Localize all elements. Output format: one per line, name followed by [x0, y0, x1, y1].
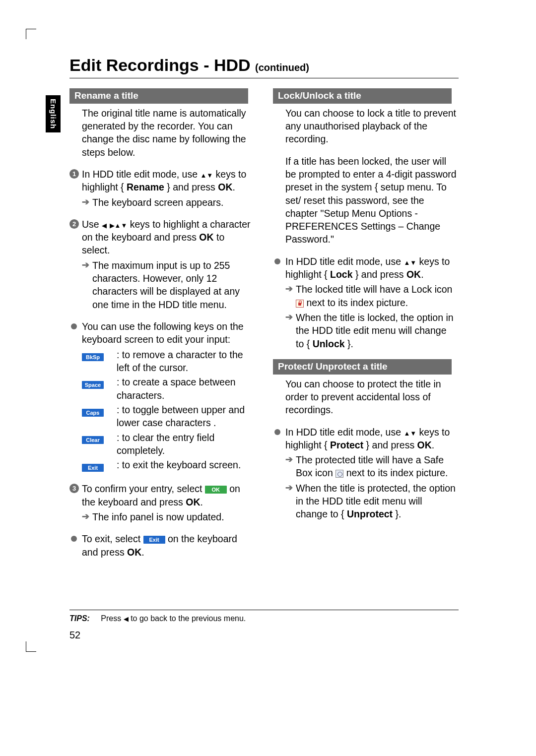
- keycap-exit: Exit: [82, 464, 104, 472]
- key-row: Caps : to toggle between upper and lower…: [82, 403, 253, 430]
- keycap-exit-inline: Exit: [143, 536, 165, 544]
- key-row: Clear : to clear the entry field complet…: [82, 431, 253, 457]
- keycap-ok: OK: [205, 486, 227, 494]
- lock-icon: [296, 300, 304, 308]
- step-marker-3: 3: [69, 484, 79, 493]
- safebox-icon: [335, 470, 343, 478]
- title-continued: (continued): [255, 62, 309, 73]
- up-icon: [403, 427, 410, 438]
- right-column: Lock/Unlock a title You can choose to lo…: [273, 88, 457, 561]
- keycap-space: Space: [82, 381, 104, 389]
- up-icon: [115, 219, 121, 230]
- bullet-icon: [71, 323, 77, 329]
- down-icon: [206, 169, 213, 180]
- lock-intro: You can choose to lock a title to preven…: [285, 107, 457, 146]
- page-title: Edit Recordings - HDD (continued): [69, 56, 459, 78]
- tips-label: TIPS:: [69, 614, 90, 623]
- crop-mark-bottom-left: [26, 641, 36, 652]
- bullet-icon: [274, 429, 280, 435]
- step-marker-1: 1: [69, 169, 79, 179]
- key-row: Space : to create a space between charac…: [82, 376, 253, 402]
- result-arrow-icon: ➔: [285, 283, 293, 295]
- bullet-protect: In HDD title edit mode, use keys to high…: [273, 426, 457, 452]
- section-lock: Lock/Unlock a title: [273, 88, 452, 104]
- keycap-bksp: BkSp: [82, 353, 104, 361]
- section-protect: Protect/ Unprotect a title: [273, 359, 452, 375]
- bullet-icon: [71, 536, 77, 542]
- keycap-caps: Caps: [82, 409, 104, 417]
- tips-footer: TIPS: Press to go back to the previous m…: [69, 610, 459, 623]
- up-icon: [200, 169, 206, 180]
- rename-intro: The original title name is automatically…: [82, 107, 253, 159]
- step-3: 3 To confirm your entry, select OK on th…: [69, 482, 253, 508]
- language-tab: English: [46, 95, 61, 132]
- down-icon: [410, 256, 416, 267]
- language-label: English: [49, 99, 58, 129]
- keycap-clear: Clear: [82, 436, 104, 444]
- result-arrow-icon: ➔: [82, 196, 89, 208]
- page-number: 52: [69, 630, 80, 641]
- bullet-lock: In HDD title edit mode, use keys to high…: [273, 255, 457, 281]
- right-icon: [110, 219, 115, 230]
- section-rename: Rename a title: [69, 88, 248, 104]
- lock-password-note: If a title has been locked, the user wil…: [285, 155, 457, 246]
- bullet-icon: [274, 258, 280, 264]
- down-icon: [410, 427, 416, 438]
- key-table: BkSp : to remove a character to the left…: [82, 348, 253, 474]
- key-row: Exit : to exit the keyboard screen.: [82, 458, 253, 473]
- title-main: Edit Recordings - HDD: [69, 56, 251, 74]
- bullet-keyboard-keys: You can use the following keys on the ke…: [69, 320, 253, 346]
- left-icon: [124, 614, 129, 623]
- step-1: 1 In HDD title edit mode, use keys to hi…: [69, 168, 253, 194]
- step-marker-2: 2: [69, 219, 79, 229]
- left-column: Rename a title The original title name i…: [69, 88, 253, 561]
- protect-intro: You can choose to protect the title in o…: [285, 378, 457, 417]
- left-icon: [102, 219, 107, 230]
- result-arrow-icon: ➔: [82, 510, 89, 522]
- key-row: BkSp : to remove a character to the left…: [82, 348, 253, 375]
- bullet-exit: To exit, select Exit on the keyboard and…: [69, 532, 253, 559]
- result-arrow-icon: ➔: [285, 311, 293, 323]
- down-icon: [121, 219, 127, 230]
- step-2: 2 Use keys to highlight a character on t…: [69, 218, 253, 257]
- up-icon: [403, 256, 410, 267]
- result-arrow-icon: ➔: [82, 259, 89, 271]
- crop-mark-top-left: [26, 29, 36, 39]
- result-arrow-icon: ➔: [285, 482, 293, 494]
- result-arrow-icon: ➔: [285, 453, 293, 465]
